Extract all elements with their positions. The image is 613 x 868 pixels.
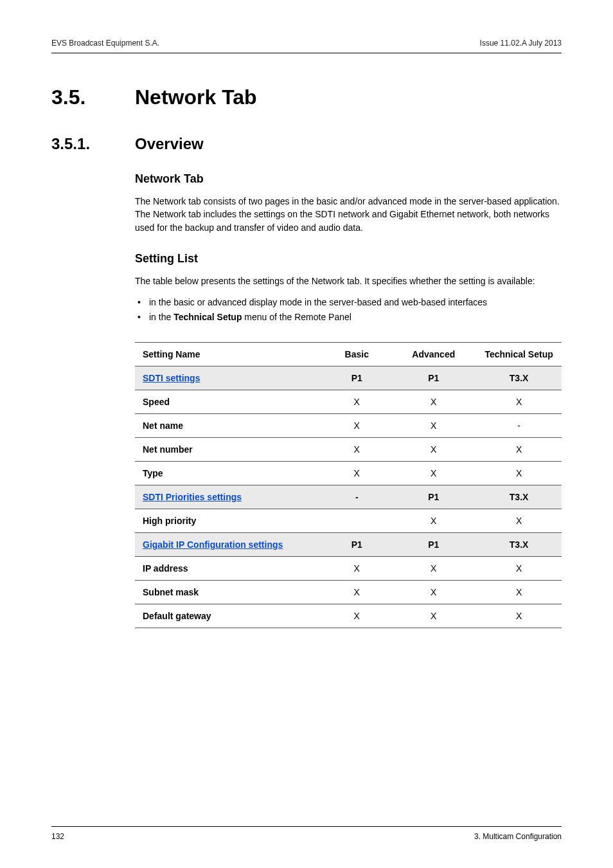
table-cell: X	[391, 604, 476, 628]
table-cell: P1	[391, 485, 476, 509]
table-row: TypeXXX	[135, 461, 562, 485]
table-row: Net nameXX-	[135, 413, 562, 437]
table-cell: X	[323, 580, 391, 604]
setting-link[interactable]: SDTI settings	[143, 373, 200, 383]
table-row: IP addressXXX	[135, 556, 562, 580]
section-number: 3.5.	[51, 86, 135, 109]
setting-name-cell: High priority	[135, 509, 323, 532]
setting-name: Subnet mask	[143, 587, 199, 597]
bold-text: Technical Setup	[173, 312, 242, 322]
setting-name-cell: SDTI settings	[135, 366, 323, 390]
table-cell	[323, 509, 391, 532]
setting-link[interactable]: Gigabit IP Configuration settings	[143, 539, 283, 550]
table-cell: X	[391, 413, 476, 437]
bullet-list: in the basic or advanced display mode in…	[135, 295, 562, 324]
table-cell: X	[476, 390, 562, 413]
setting-name-cell: Speed	[135, 390, 323, 413]
table-cell: T3.X	[476, 366, 562, 390]
list-item: in the basic or advanced display mode in…	[135, 295, 562, 309]
setting-name: Speed	[143, 397, 170, 407]
table-cell: X	[476, 604, 562, 628]
table-cell: X	[476, 509, 562, 532]
table-row: SpeedXXX	[135, 390, 562, 413]
table-row: Gigabit IP Configuration settingsP1P1T3.…	[135, 532, 562, 556]
table-cell: X	[391, 390, 476, 413]
table-cell: -	[323, 485, 391, 509]
footer-right: 3. Multicam Configuration	[474, 832, 562, 841]
table-row: SDTI settingsP1P1T3.X	[135, 366, 562, 390]
table-row: Subnet maskXXX	[135, 580, 562, 604]
table-cell: P1	[323, 532, 391, 556]
setting-name-cell: Type	[135, 461, 323, 485]
setting-name: IP address	[143, 563, 188, 574]
table-cell: X	[391, 437, 476, 461]
section-title: Network Tab	[135, 86, 257, 109]
setting-name-cell: SDTI Priorities settings	[135, 485, 323, 509]
list-item: in the Technical Setup menu of the Remot…	[135, 310, 562, 324]
setting-link[interactable]: SDTI Priorities settings	[143, 492, 242, 502]
setting-name: Net name	[143, 420, 183, 431]
block1-paragraph: The Network tab consists of two pages in…	[135, 195, 562, 234]
table-cell: X	[476, 437, 562, 461]
table-cell: X	[391, 509, 476, 532]
table-cell: X	[476, 461, 562, 485]
header-right: Issue 11.02.A July 2013	[480, 39, 562, 48]
table-cell: X	[323, 604, 391, 628]
table-row: SDTI Priorities settings-P1T3.X	[135, 485, 562, 509]
subsection-number: 3.5.1.	[51, 135, 135, 153]
setting-name-cell: Subnet mask	[135, 580, 323, 604]
setting-name: Default gateway	[143, 611, 211, 621]
setting-name: Type	[143, 468, 163, 478]
header-left: EVS Broadcast Equipment S.A.	[51, 39, 159, 48]
setting-name: Net number	[143, 444, 193, 455]
table-cell: X	[323, 437, 391, 461]
table-header-tech: Technical Setup	[476, 342, 562, 366]
table-cell: X	[323, 390, 391, 413]
block2-heading: Setting List	[135, 252, 562, 266]
table-cell: X	[391, 556, 476, 580]
table-cell: X	[476, 556, 562, 580]
table-row: Default gatewayXXX	[135, 604, 562, 628]
page-number: 132	[51, 832, 64, 841]
block1-heading: Network Tab	[135, 172, 562, 186]
block2-paragraph: The table below presents the settings of…	[135, 275, 562, 287]
setting-name-cell: IP address	[135, 556, 323, 580]
table-cell: T3.X	[476, 532, 562, 556]
setting-name-cell: Default gateway	[135, 604, 323, 628]
table-row: High priorityXX	[135, 509, 562, 532]
table-header-advanced: Advanced	[391, 342, 476, 366]
table-cell: X	[476, 580, 562, 604]
setting-name-cell: Net number	[135, 437, 323, 461]
table-cell: X	[323, 413, 391, 437]
table-row: Net numberXXX	[135, 437, 562, 461]
table-cell: X	[323, 556, 391, 580]
setting-name-cell: Net name	[135, 413, 323, 437]
table-cell: T3.X	[476, 485, 562, 509]
subsection-title: Overview	[135, 135, 204, 153]
table-cell: X	[391, 580, 476, 604]
setting-name-cell: Gigabit IP Configuration settings	[135, 532, 323, 556]
settings-table: Setting Name Basic Advanced Technical Se…	[135, 342, 562, 628]
table-header-name: Setting Name	[135, 342, 323, 366]
table-cell: X	[391, 461, 476, 485]
setting-name: High priority	[143, 516, 196, 526]
header-rule	[51, 53, 562, 53]
table-header-basic: Basic	[323, 342, 391, 366]
table-cell: P1	[391, 532, 476, 556]
table-cell: P1	[323, 366, 391, 390]
table-cell: P1	[391, 366, 476, 390]
table-cell: X	[323, 461, 391, 485]
table-cell: -	[476, 413, 562, 437]
